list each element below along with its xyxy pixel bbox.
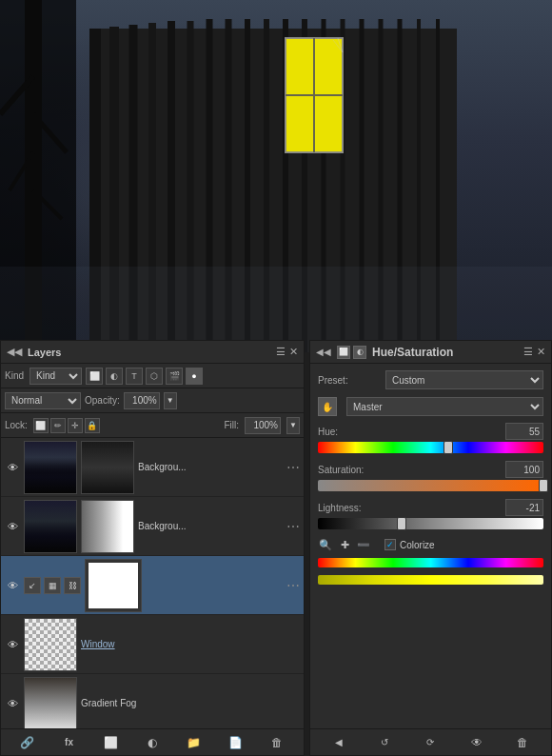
layer-mask-button[interactable]: ⬜ (101, 733, 120, 752)
opacity-label: Opacity: (85, 395, 120, 406)
prop-pixel-icon[interactable]: ⬜ (337, 346, 350, 359)
preset-row: Preset: Custom (318, 369, 543, 390)
color-bar-from (318, 558, 543, 567)
blend-opacity-row: Normal Opacity: 100% ▼ (1, 388, 304, 413)
prop-delete-button[interactable]: 🗑 (513, 733, 532, 752)
layers-panel: ◀◀ Layers ☰ ✕ Kind Kind ⬜ ◐ T ⬡ 🎬 ● Norm… (0, 340, 305, 756)
layer-link-button[interactable]: 🔗 (18, 733, 37, 752)
layer-item[interactable]: 👁 Backgrou... ⋯ (1, 497, 304, 556)
saturation-container: Saturation: 100 (318, 461, 543, 493)
properties-body: Preset: Custom ✋ Master Hue: 55 (310, 364, 551, 728)
layer-folder-button[interactable]: 📁 (185, 733, 204, 752)
layer-delete-button[interactable]: 🗑 (267, 733, 286, 752)
eyedropper-icon[interactable]: 🔍 (318, 537, 333, 552)
lock-label: Lock: (5, 420, 28, 430)
lightness-label: Lightness: (318, 503, 362, 513)
opacity-chevron[interactable]: ▼ (164, 392, 177, 409)
adj-grid-icon[interactable]: ▦ (44, 577, 61, 594)
hue-container: Hue: 55 (318, 423, 543, 455)
fill-input[interactable]: 100% (245, 417, 281, 434)
hue-label: Hue: (318, 427, 338, 437)
layer-item[interactable]: 👁 Backgrou... ⋯ (1, 438, 304, 497)
lightness-value-input[interactable]: -21 (505, 499, 543, 516)
layers-panel-title: Layers (28, 347, 61, 358)
hue-value-input[interactable]: 55 (505, 423, 543, 440)
hand-tool-icon[interactable]: ✋ (318, 397, 337, 416)
prop-visible-button[interactable]: 👁 (467, 733, 486, 752)
layers-panel-close[interactable]: ✕ (289, 346, 298, 358)
adj-link-icon[interactable]: ⛓ (64, 577, 81, 594)
saturation-slider-wrap[interactable] (318, 480, 543, 491)
filter-smart-icon[interactable]: 🎬 (166, 368, 183, 385)
canvas-area (0, 0, 552, 352)
layer-more-icon[interactable]: ⋯ (286, 460, 300, 475)
color-bar-to (318, 575, 543, 585)
lock-transparent-icon[interactable]: ⬜ (33, 418, 49, 433)
adj-arrow-down[interactable]: ↙ (24, 577, 41, 594)
layer-thumbnail (24, 500, 77, 553)
hue-slider-wrap[interactable] (318, 442, 543, 453)
layer-visibility-toggle[interactable]: 👁 (5, 519, 20, 534)
eyedropper-sub-icon[interactable]: ➖ (356, 537, 371, 552)
filter-icons: ⬜ ◐ T ⬡ 🎬 ● (86, 368, 203, 385)
layer-mask-thumbnail (81, 500, 134, 553)
opacity-input[interactable]: 100% (124, 392, 160, 409)
lock-paint-icon[interactable]: ✏ (50, 418, 66, 433)
layer-fx-button[interactable]: fx (60, 733, 79, 752)
filter-shape-icon[interactable]: ⬡ (146, 368, 163, 385)
panel-collapse-arrows[interactable]: ◀◀ (7, 346, 22, 358)
layers-panel-menu[interactable]: ☰ (276, 346, 286, 358)
lightness-slider-wrap[interactable] (318, 518, 543, 529)
layer-thumbnail-fog (24, 677, 77, 729)
layer-thumbnail-transparent (24, 618, 77, 671)
lock-position-icon[interactable]: ✛ (68, 418, 83, 433)
layer-item-adjustment[interactable]: 👁 ↙ ▦ ⛓ ⋯ (1, 556, 304, 615)
properties-panel-close[interactable]: ✕ (537, 346, 545, 358)
prop-mask-icon[interactable]: ◐ (353, 346, 366, 359)
properties-footer: ◀ ↺ ⟳ 👁 🗑 (310, 728, 551, 755)
properties-panel-collapse[interactable]: ◀◀ (316, 347, 331, 357)
layers-footer: 🔗 fx ⬜ ◐ 📁 📄 🗑 (1, 728, 304, 755)
colorize-row: 🔍 ✚ ➖ ✓ Colorize (318, 537, 543, 552)
colorize-checkbox[interactable]: ✓ (384, 539, 396, 550)
colorize-label: Colorize (400, 540, 435, 550)
preset-label: Preset: (318, 375, 380, 386)
filter-adjustment-icon[interactable]: ◐ (106, 368, 123, 385)
layer-adj-icons: ↙ ▦ ⛓ (24, 577, 81, 594)
layer-white-mask (85, 559, 142, 612)
prop-reset-button[interactable]: ↺ (375, 733, 394, 752)
filter-type-icon[interactable]: T (126, 368, 143, 385)
prop-history-button[interactable]: ⟳ (421, 733, 440, 752)
fill-chevron[interactable]: ▼ (286, 417, 300, 434)
layer-more-icon[interactable]: ⋯ (286, 519, 300, 534)
layer-new-button[interactable]: 📄 (226, 733, 245, 752)
channel-row: ✋ Master (318, 396, 543, 417)
layer-adjustment-button[interactable]: ◐ (143, 733, 162, 752)
filter-toggle[interactable]: ● (186, 368, 203, 385)
prop-back-button[interactable]: ◀ (329, 733, 348, 752)
spectrum-from-bar (318, 558, 543, 567)
filter-kind-select[interactable]: Kind (30, 368, 82, 385)
layer-visibility-toggle[interactable]: 👁 (5, 696, 20, 711)
layer-name: Backgrou... (138, 462, 283, 472)
layer-item-gradient-fog[interactable]: 👁 Gradient Fog (1, 674, 304, 728)
filter-kind-label: Kind (5, 370, 24, 381)
layer-more-icon[interactable]: ⋯ (286, 578, 300, 593)
layer-name-window: Window (81, 639, 300, 649)
eyedropper-add-icon[interactable]: ✚ (337, 537, 352, 552)
properties-panel-title: Hue/Saturation (372, 346, 453, 359)
properties-panel-menu[interactable]: ☰ (523, 346, 533, 358)
saturation-value-input[interactable]: 100 (505, 461, 543, 478)
lock-all-icon[interactable]: 🔒 (85, 418, 100, 433)
fill-label: Fill: (224, 420, 239, 430)
layer-item-window[interactable]: 👁 Window (1, 615, 304, 674)
channel-select[interactable]: Master (346, 397, 543, 416)
blend-mode-select[interactable]: Normal (5, 392, 81, 409)
layer-name-fog: Gradient Fog (81, 698, 300, 708)
layer-name (146, 580, 283, 590)
filter-pixel-icon[interactable]: ⬜ (86, 368, 103, 385)
layer-visibility-toggle[interactable]: 👁 (5, 460, 20, 475)
layer-visibility-toggle[interactable]: 👁 (5, 637, 20, 652)
preset-select[interactable]: Custom (385, 370, 543, 389)
layer-visibility-toggle[interactable]: 👁 (5, 578, 20, 593)
